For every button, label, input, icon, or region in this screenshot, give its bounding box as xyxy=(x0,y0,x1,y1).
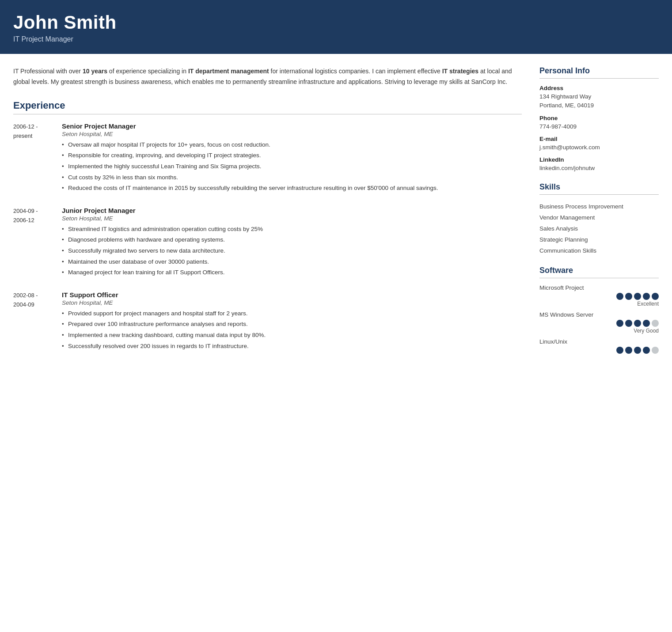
entry-date-1: 2004-09 -2006-12 xyxy=(13,207,54,279)
skills-divider xyxy=(539,194,659,195)
address-label: Address xyxy=(539,85,659,91)
entry-date-0: 2006-12 -present xyxy=(13,122,54,194)
experience-entry-1: 2004-09 -2006-12Junior Project ManagerSe… xyxy=(13,207,522,279)
experience-entries: 2006-12 -presentSenior Project ManagerSe… xyxy=(13,122,522,352)
resume-header: John Smith IT Project Manager xyxy=(0,0,672,54)
entry-content-1: Junior Project ManagerSeton Hospital, ME… xyxy=(62,207,522,279)
bullet-2-2: Implemented a new tracking dashboard, cu… xyxy=(62,330,522,340)
skills-list: Business Process ImprovementVendor Manag… xyxy=(539,201,659,256)
personal-info-divider xyxy=(539,78,659,79)
software-dots-0 xyxy=(539,293,659,300)
bullet-1-4: Managed project for lean training for al… xyxy=(62,268,522,277)
personal-info-section: Personal Info Address 134 Rightward Way … xyxy=(539,66,659,173)
software-label-1: Very Good xyxy=(539,328,659,334)
dot-1-4 xyxy=(652,320,659,327)
entry-company-0: Seton Hospital, ME xyxy=(62,131,522,137)
entry-content-2: IT Support OfficerSeton Hospital, MEProv… xyxy=(62,291,522,352)
skill-item-2: Sales Analysis xyxy=(539,223,659,234)
software-title: Software xyxy=(539,266,659,275)
bullet-1-3: Maintained the user database of over 300… xyxy=(62,257,522,267)
bullet-0-0: Oversaw all major hospital IT projects f… xyxy=(62,140,522,150)
entry-company-2: Seton Hospital, ME xyxy=(62,299,522,306)
bullet-0-3: Cut costs by 32% in less than six months… xyxy=(62,173,522,182)
dot-2-3 xyxy=(643,347,650,354)
dot-0-3 xyxy=(643,293,650,300)
dot-2-1 xyxy=(625,347,632,354)
entry-bullets-0: Oversaw all major hospital IT projects f… xyxy=(62,140,522,193)
software-section: Software Microsoft ProjectExcellentMS Wi… xyxy=(539,266,659,354)
dot-0-0 xyxy=(616,293,623,300)
skill-item-1: Vendor Management xyxy=(539,212,659,223)
dot-1-2 xyxy=(634,320,641,327)
skills-title: Skills xyxy=(539,182,659,192)
software-list: Microsoft ProjectExcellentMS Windows Ser… xyxy=(539,284,659,354)
bullet-2-3: Successfully resolved over 200 issues in… xyxy=(62,341,522,351)
bullet-0-1: Responsible for creating, improving, and… xyxy=(62,151,522,160)
bullet-0-2: Implemented the highly successful Lean T… xyxy=(62,162,522,171)
dot-2-0 xyxy=(616,347,623,354)
skill-item-3: Strategic Planning xyxy=(539,234,659,245)
skill-item-0: Business Process Improvement xyxy=(539,201,659,212)
personal-info-title: Personal Info xyxy=(539,66,659,76)
bullet-0-4: Reduced the costs of IT maintenance in 2… xyxy=(62,183,522,193)
bullet-2-0: Provided support for project managers an… xyxy=(62,309,522,318)
entry-title-1: Junior Project Manager xyxy=(62,207,522,214)
phone-label: Phone xyxy=(539,115,659,121)
software-name-1: MS Windows Server xyxy=(539,311,659,318)
experience-section-title: Experience xyxy=(13,100,522,111)
skill-item-4: Communication Skills xyxy=(539,245,659,256)
software-name-0: Microsoft Project xyxy=(539,284,659,291)
skills-section: Skills Business Process ImprovementVendo… xyxy=(539,182,659,256)
software-dots-1 xyxy=(539,320,659,327)
summary: IT Professional with over 10 years of ex… xyxy=(13,66,522,87)
candidate-title: IT Project Manager xyxy=(13,35,659,43)
software-item-1: MS Windows ServerVery Good xyxy=(539,311,659,334)
candidate-name: John Smith xyxy=(13,12,659,33)
bullet-1-2: Successfully migrated two servers to new… xyxy=(62,246,522,256)
dot-0-2 xyxy=(634,293,641,300)
experience-divider xyxy=(13,114,522,114)
phone-value: 774-987-4009 xyxy=(539,122,659,131)
software-divider xyxy=(539,278,659,278)
dot-1-0 xyxy=(616,320,623,327)
address-line1: 134 Rightward Way xyxy=(539,92,659,101)
right-column: Personal Info Address 134 Rightward Way … xyxy=(539,66,659,363)
entry-date-2: 2002-08 -2004-09 xyxy=(13,291,54,352)
entry-bullets-2: Provided support for project managers an… xyxy=(62,309,522,351)
software-item-2: Linux/Unix xyxy=(539,338,659,354)
linkedin-label: LinkedIn xyxy=(539,156,659,163)
dot-2-4 xyxy=(652,347,659,354)
dot-1-1 xyxy=(625,320,632,327)
dot-1-3 xyxy=(643,320,650,327)
entry-content-0: Senior Project ManagerSeton Hospital, ME… xyxy=(62,122,522,194)
dot-0-1 xyxy=(625,293,632,300)
main-layout: IT Professional with over 10 years of ex… xyxy=(0,54,672,378)
software-item-0: Microsoft ProjectExcellent xyxy=(539,284,659,307)
left-column: IT Professional with over 10 years of ex… xyxy=(13,66,522,364)
bullet-1-0: Streamlined IT logistics and administrat… xyxy=(62,224,522,234)
entry-title-2: IT Support Officer xyxy=(62,291,522,299)
address-line2: Portland, ME, 04019 xyxy=(539,101,659,110)
email-label: E-mail xyxy=(539,136,659,142)
linkedin-value: linkedin.com/johnutw xyxy=(539,164,659,173)
dot-0-4 xyxy=(652,293,659,300)
entry-bullets-1: Streamlined IT logistics and administrat… xyxy=(62,224,522,277)
bullet-1-1: Diagnosed problems with hardware and ope… xyxy=(62,235,522,245)
experience-entry-2: 2002-08 -2004-09IT Support OfficerSeton … xyxy=(13,291,522,352)
dot-2-2 xyxy=(634,347,641,354)
entry-title-0: Senior Project Manager xyxy=(62,122,522,130)
experience-entry-0: 2006-12 -presentSenior Project ManagerSe… xyxy=(13,122,522,194)
software-name-2: Linux/Unix xyxy=(539,338,659,345)
email-value: j.smith@uptowork.com xyxy=(539,143,659,152)
software-dots-2 xyxy=(539,347,659,354)
bullet-2-1: Prepared over 100 infrastructure perform… xyxy=(62,319,522,329)
entry-company-1: Seton Hospital, ME xyxy=(62,215,522,222)
software-label-0: Excellent xyxy=(539,301,659,307)
